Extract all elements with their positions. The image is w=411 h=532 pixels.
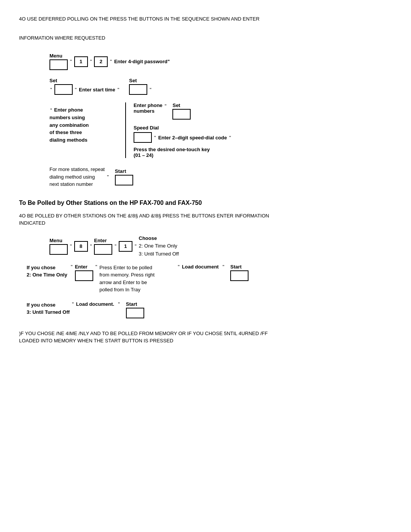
section-heading: To Be Polled by Other Stations on the HP… bbox=[19, 200, 392, 206]
start-button[interactable] bbox=[115, 175, 133, 185]
phone-right-options: Enter phonenumbers " Set Speed Dial " En… bbox=[126, 102, 392, 158]
chose2-label: If you chose2: One Time Only bbox=[27, 264, 68, 279]
polled-sequence-row: Menu " 8 " Enter " 1 " Choose 2: One Tim… bbox=[49, 235, 392, 258]
enter2-button[interactable] bbox=[75, 270, 93, 281]
repeat-label: For more stations, repeatdialing method … bbox=[49, 166, 105, 188]
chose2-section: If you chose2: One Time Only " Enter " P… bbox=[27, 264, 392, 294]
speed-dial-button[interactable] bbox=[134, 132, 152, 143]
menu2-label-group: Menu bbox=[49, 238, 68, 255]
start3-label-group: Start bbox=[126, 301, 144, 318]
menu2-button[interactable] bbox=[49, 244, 68, 255]
num8-button[interactable]: 8 bbox=[74, 241, 88, 252]
start3-button[interactable] bbox=[126, 308, 144, 318]
start2-button[interactable] bbox=[230, 270, 249, 281]
repeat-stations-row: For more stations, repeatdialing method … bbox=[49, 166, 392, 188]
chose2-press-text: Press Enter to be polledfrom memory. Pre… bbox=[99, 264, 175, 294]
intro-paragraph: 4O USE DEFERRED POLLING ON THE PRESS THE… bbox=[19, 15, 392, 42]
phone-left-description: " Enter phonenumbers usingany combinatio… bbox=[49, 102, 126, 158]
footer-text: )F YOU CHOSE /NE 4IME /NLY AND TO BE POL… bbox=[19, 330, 392, 345]
set-step: Set " " Enter start time " Set " bbox=[49, 78, 392, 95]
set3-label-group: Set bbox=[172, 102, 191, 120]
section2-intro: 4O BE POLLED BY OTHER STATIONS ON THE &!… bbox=[19, 212, 392, 227]
set2-label-group: Set " bbox=[129, 78, 152, 95]
set1-label-group: Set " " Enter start time " bbox=[49, 78, 120, 95]
choose-options: Choose 2: One Time Only 3: Until Turned … bbox=[139, 235, 179, 258]
set3-button[interactable] bbox=[172, 109, 191, 120]
num1-button[interactable]: 1 bbox=[74, 56, 88, 67]
chose3-label: If you chose3: Until Turned Off bbox=[27, 301, 70, 316]
set1-button[interactable] bbox=[54, 84, 73, 95]
chose3-section: If you chose3: Until Turned Off " Load d… bbox=[27, 301, 392, 318]
menu-step-1: Menu " 1 " 2 " Enter 4-digit password" bbox=[49, 53, 392, 70]
start-label-group: Start bbox=[115, 168, 133, 185]
menu-button[interactable] bbox=[49, 59, 68, 70]
one-touch-section: Press the desired one-touch key (01 – 24… bbox=[134, 147, 392, 158]
menu-label-group: Menu bbox=[49, 53, 68, 70]
enter-phone-label: Enter phonenumbers bbox=[134, 102, 162, 114]
enter1-label-group: Enter bbox=[94, 238, 112, 255]
set2-button[interactable] bbox=[129, 84, 147, 95]
speed-dial-section: Speed Dial " Enter 2–digit speed-dial co… bbox=[134, 125, 392, 143]
enter2-label-group: Enter bbox=[75, 264, 93, 281]
phone-entry-section: " Enter phonenumbers usingany combinatio… bbox=[49, 102, 392, 158]
enter1-button[interactable] bbox=[94, 244, 112, 255]
num1b-button[interactable]: 1 bbox=[119, 241, 132, 252]
num2-button[interactable]: 2 bbox=[94, 56, 108, 67]
start2-label-group: Start bbox=[230, 264, 249, 281]
